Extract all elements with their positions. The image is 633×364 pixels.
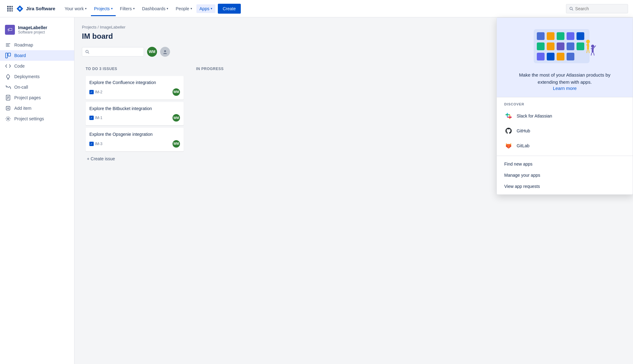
find-new-apps-link[interactable]: Find new apps (497, 158, 633, 170)
avatar-assignee: WM (173, 88, 180, 96)
gitlab-label: GitLab (517, 143, 529, 148)
sidebar-item-project-pages[interactable]: Project pages (0, 92, 74, 103)
svg-rect-8 (11, 10, 13, 11)
apps-discover-item-slack[interactable]: Slack for Atlassian (497, 109, 633, 123)
sidebar-item-code[interactable]: Code (0, 61, 74, 71)
svg-rect-40 (537, 53, 545, 60)
issue-id-im3: ✓ IM-3 (89, 142, 102, 146)
apps-discover-item-github[interactable]: GitHub (497, 123, 633, 138)
discover-label: DISCOVER (497, 97, 633, 109)
gitlab-icon (504, 141, 513, 150)
search-box[interactable] (566, 4, 628, 13)
avatar-wm[interactable]: WM (147, 47, 157, 57)
avatar-assignee: WM (173, 114, 180, 122)
svg-rect-37 (557, 42, 564, 50)
svg-rect-31 (547, 32, 554, 40)
issue-card-im2[interactable]: Explore the Confluence integration ✓ IM-… (86, 76, 184, 100)
roadmap-icon (5, 42, 11, 48)
create-issue-button[interactable]: + Create issue (86, 154, 184, 164)
issue-card-im3[interactable]: Explore the Opsgenie integration ✓ IM-3 … (86, 128, 184, 151)
svg-rect-34 (577, 32, 584, 40)
svg-rect-14 (6, 53, 7, 58)
sidebar-item-label: Project settings (14, 116, 44, 121)
svg-rect-32 (557, 32, 564, 40)
breadcrumb-projects-link[interactable]: Projects (82, 25, 97, 29)
jira-logo[interactable]: Jira Software (16, 5, 55, 12)
sidebar-item-label: Roadmap (14, 42, 33, 47)
apps-divider (497, 156, 633, 156)
svg-rect-15 (8, 53, 11, 56)
project-icon: 🏷 (5, 25, 15, 35)
svg-rect-42 (557, 53, 564, 60)
chevron-down-icon: ▾ (133, 7, 135, 10)
apps-dropdown: Make the most of your Atlassian products… (496, 17, 633, 195)
sidebar-item-label: On-call (14, 85, 28, 90)
project-type: Software project (18, 30, 47, 34)
column-inprogress: IN PROGRESS (192, 62, 254, 80)
grid-menu-icon[interactable] (5, 4, 15, 14)
apps-body: DISCOVER Slack for Atlassian (497, 97, 633, 194)
svg-line-10 (572, 9, 573, 10)
board-search-box[interactable] (82, 47, 144, 56)
svg-line-27 (88, 52, 89, 53)
search-input[interactable] (575, 6, 625, 11)
breadcrumb-project-link[interactable]: ImageLabeller (100, 25, 125, 29)
apps-discover-item-gitlab[interactable]: GitLab (497, 138, 633, 153)
chevron-down-icon: ▾ (191, 7, 192, 10)
svg-rect-62 (507, 117, 509, 118)
nav-people[interactable]: People ▾ (173, 4, 195, 13)
apps-hero-illustration (531, 28, 599, 68)
svg-rect-35 (537, 42, 545, 50)
slack-label: Slack for Atlassian (517, 113, 552, 118)
board-search-input[interactable] (91, 49, 141, 54)
board-icon (5, 53, 11, 58)
sidebar: 🏷 ImageLabeller Software project Roadmap… (0, 17, 74, 364)
avatar-unassigned[interactable] (160, 47, 170, 57)
sidebar-item-oncall[interactable]: On-call (0, 82, 74, 92)
apps-learn-more-link[interactable]: Learn more (553, 86, 577, 91)
create-button[interactable]: Create (218, 4, 241, 14)
nav-apps[interactable]: Apps ▾ (196, 4, 215, 13)
svg-point-49 (591, 45, 594, 48)
issue-title: Explore the Bitbucket integration (89, 106, 180, 112)
nav-dashboards[interactable]: Dashboards ▾ (139, 4, 172, 13)
nav-your-work[interactable]: Your work ▾ (61, 4, 90, 13)
sidebar-item-label: Deployments (14, 74, 40, 79)
view-app-requests-link[interactable]: View app requests (497, 181, 633, 192)
sidebar-item-deployments[interactable]: Deployments (0, 71, 74, 82)
deployments-icon (5, 74, 11, 79)
settings-icon (5, 116, 11, 122)
slack-icon (504, 112, 513, 120)
svg-rect-5 (11, 8, 13, 10)
issue-title: Explore the Confluence integration (89, 80, 180, 86)
oncall-icon (5, 84, 11, 90)
sidebar-item-board[interactable]: Board (0, 50, 74, 61)
svg-rect-36 (547, 42, 554, 50)
issue-card-im1[interactable]: Explore the Bitbucket integration ✓ IM-1… (86, 102, 184, 126)
sidebar-item-label: Add item (14, 106, 31, 111)
issue-type-icon: ✓ (89, 90, 94, 94)
github-icon (504, 127, 513, 135)
svg-point-25 (7, 118, 9, 120)
svg-rect-57 (505, 114, 509, 115)
svg-rect-30 (537, 32, 545, 40)
manage-your-apps-link[interactable]: Manage your apps (497, 170, 633, 181)
nav-projects[interactable]: Projects ▾ (91, 4, 116, 13)
chevron-down-icon: ▾ (167, 7, 168, 10)
logo-text: Jira Software (26, 6, 55, 11)
sidebar-item-add-item[interactable]: Add item (0, 103, 74, 113)
column-header-inprogress: IN PROGRESS (196, 65, 251, 72)
sidebar-item-roadmap[interactable]: Roadmap (0, 40, 74, 50)
svg-point-44 (586, 40, 590, 43)
svg-rect-45 (587, 43, 589, 50)
github-label: GitHub (517, 128, 530, 133)
chevron-down-icon: ▾ (85, 7, 87, 10)
svg-rect-4 (9, 8, 11, 10)
svg-rect-1 (9, 6, 11, 7)
code-icon (5, 63, 11, 69)
nav-filters[interactable]: Filters ▾ (117, 4, 138, 13)
svg-rect-41 (547, 53, 554, 60)
project-name: ImageLabeller (18, 25, 47, 30)
sidebar-item-project-settings[interactable]: Project settings (0, 113, 74, 124)
chevron-down-icon: ▾ (111, 7, 113, 10)
